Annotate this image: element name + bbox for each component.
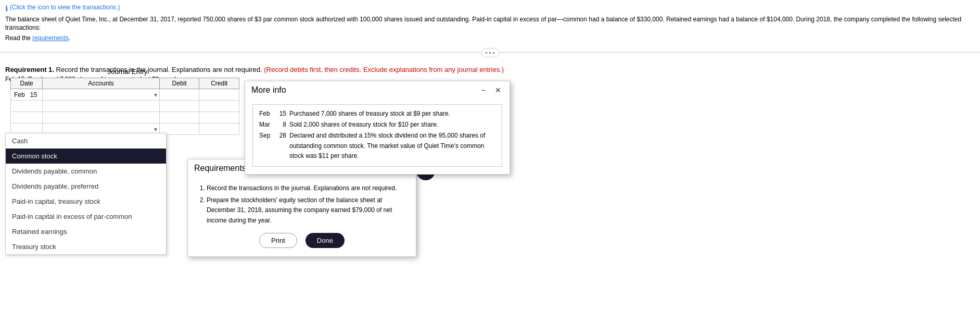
requirements-buttons: Print Done bbox=[196, 233, 408, 248]
info-month-1: Feb bbox=[259, 109, 274, 119]
accounts-input-2[interactable] bbox=[43, 101, 159, 112]
credit-input-4[interactable] bbox=[199, 123, 239, 134]
info-month-3: Sep bbox=[259, 131, 274, 141]
dropdown-item-dividends-common[interactable]: Dividends payable, common bbox=[6, 164, 166, 179]
requirements-modal-content: Record the transactions in the journal. … bbox=[188, 177, 416, 256]
journal-table: Date Accounts Debit Credit Feb 15 ▼ bbox=[10, 78, 239, 135]
debit-cell-3[interactable] bbox=[159, 112, 199, 123]
requirements-list: Record the transactions in the journal. … bbox=[196, 183, 408, 226]
credit-cell-3[interactable] bbox=[199, 112, 239, 123]
info-text-1: Purchased 7,000 shares of treasury stock… bbox=[289, 109, 495, 119]
dropdown-item-treasury-stock[interactable]: Treasury stock bbox=[6, 239, 166, 254]
more-info-controls: − ✕ bbox=[479, 86, 503, 94]
balance-sheet-text: The balance sheet of Quiet Time, Inc., a… bbox=[5, 15, 975, 33]
date-cell-3 bbox=[11, 112, 43, 123]
dropdown-item-cash[interactable]: Cash bbox=[6, 133, 166, 149]
print-button[interactable]: Print bbox=[259, 233, 297, 248]
accounts-input-1[interactable] bbox=[43, 89, 159, 100]
info-icon[interactable]: ℹ bbox=[5, 4, 8, 14]
accounts-cell-3[interactable] bbox=[43, 112, 160, 123]
requirements-link[interactable]: requirements bbox=[32, 34, 69, 42]
col-debit: Debit bbox=[159, 78, 199, 89]
divider-dots: • • • bbox=[481, 48, 500, 57]
info-box: Feb 15 Purchased 7,000 shares of treasur… bbox=[252, 104, 502, 167]
date-cell-2 bbox=[11, 101, 43, 112]
dropdown-item-paid-in-excess[interactable]: Paid-in capital in excess of par-common bbox=[6, 209, 166, 224]
dropdown-item-paid-in-treasury[interactable]: Paid-in capital, treasury stock bbox=[6, 194, 166, 209]
debit-input-3[interactable] bbox=[160, 112, 199, 123]
col-credit: Credit bbox=[199, 78, 239, 89]
debit-input-2[interactable] bbox=[160, 101, 199, 112]
debit-cell-2[interactable] bbox=[159, 101, 199, 112]
dropdown-item-dividends-preferred[interactable]: Dividends payable, preferred bbox=[6, 179, 166, 194]
credit-input-1[interactable] bbox=[199, 89, 239, 100]
credit-cell-1[interactable] bbox=[199, 89, 239, 101]
info-text-3: Declared and distributed a 15% stock div… bbox=[289, 131, 495, 161]
info-text-2: Sold 2,000 shares of treasury stock for … bbox=[289, 120, 495, 130]
info-entry-1: Feb 15 Purchased 7,000 shares of treasur… bbox=[259, 109, 495, 119]
journal-entry-container: Journal Entry Date Accounts Debit Credit… bbox=[10, 68, 245, 135]
divider: • • • bbox=[0, 48, 980, 57]
debit-cell-1[interactable] bbox=[159, 89, 199, 101]
table-row: Feb 15 ▼ bbox=[11, 89, 239, 101]
info-entry-2: Mar 8 Sold 2,000 shares of treasury stoc… bbox=[259, 120, 495, 130]
dropdown-item-retained-earnings[interactable]: Retained earnings bbox=[6, 224, 166, 239]
more-info-content: Feb 15 Purchased 7,000 shares of treasur… bbox=[245, 99, 510, 174]
accounts-input-3[interactable] bbox=[43, 112, 159, 123]
more-info-modal-header: More info − ✕ bbox=[245, 81, 510, 99]
accounts-cell-1[interactable]: ▼ bbox=[43, 89, 160, 101]
col-accounts: Accounts bbox=[43, 78, 160, 89]
info-day-1: 15 bbox=[277, 109, 286, 119]
info-day-3: 28 bbox=[277, 131, 286, 141]
dropdown-item-common-stock[interactable]: Common stock bbox=[6, 149, 166, 164]
top-info-section: ℹ (Click the icon to view the transactio… bbox=[0, 0, 980, 44]
click-icon-text[interactable]: (Click the icon to view the transactions… bbox=[10, 3, 120, 12]
requirement-item-1: Record the transactions in the journal. … bbox=[207, 183, 408, 193]
info-entry-3: Sep 28 Declared and distributed a 15% st… bbox=[259, 131, 495, 161]
read-line: Read the requirements. bbox=[5, 34, 975, 43]
col-date: Date bbox=[11, 78, 43, 89]
more-info-title: More info bbox=[251, 85, 286, 95]
info-month-2: Mar bbox=[259, 120, 274, 130]
date-cell-feb: Feb 15 bbox=[11, 89, 43, 101]
debit-input-1[interactable] bbox=[160, 89, 199, 100]
accounts-cell-2[interactable] bbox=[43, 101, 160, 112]
credit-input-3[interactable] bbox=[199, 112, 239, 123]
table-row bbox=[11, 112, 239, 123]
accounts-dropdown: Cash Common stock Dividends payable, com… bbox=[5, 133, 167, 255]
requirements-modal-title: Requirements bbox=[194, 164, 246, 173]
more-info-minimize-button[interactable]: − bbox=[479, 86, 488, 94]
more-info-modal: More info − ✕ Feb 15 Purchased 7,000 sha… bbox=[245, 81, 510, 175]
info-day-2: 8 bbox=[277, 120, 286, 130]
done-button[interactable]: Done bbox=[306, 233, 345, 248]
journal-title: Journal Entry bbox=[10, 68, 245, 76]
credit-cell-4[interactable] bbox=[199, 123, 239, 135]
credit-cell-2[interactable] bbox=[199, 101, 239, 112]
info-line: ℹ (Click the icon to view the transactio… bbox=[5, 3, 975, 14]
more-info-close-button[interactable]: ✕ bbox=[493, 86, 503, 94]
requirement-item-2: Prepare the stockholders' equity section… bbox=[207, 195, 408, 226]
table-row bbox=[11, 101, 239, 112]
credit-input-2[interactable] bbox=[199, 101, 239, 112]
